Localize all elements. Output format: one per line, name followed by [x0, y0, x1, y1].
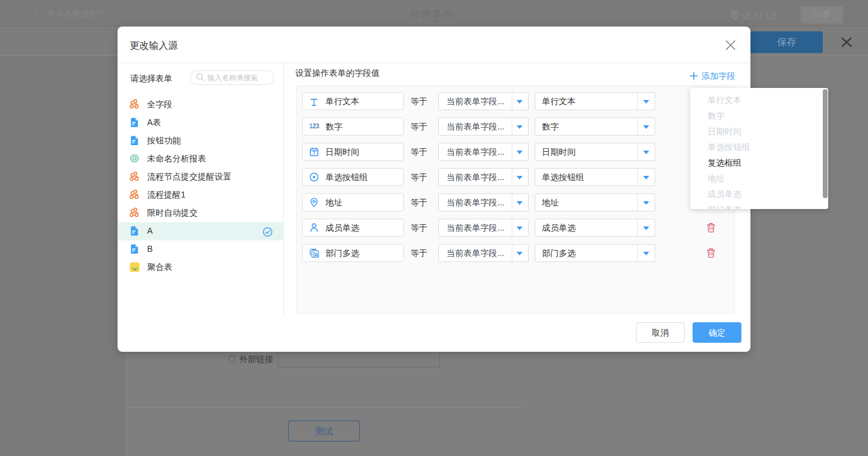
svg-text:7: 7 — [313, 150, 316, 156]
